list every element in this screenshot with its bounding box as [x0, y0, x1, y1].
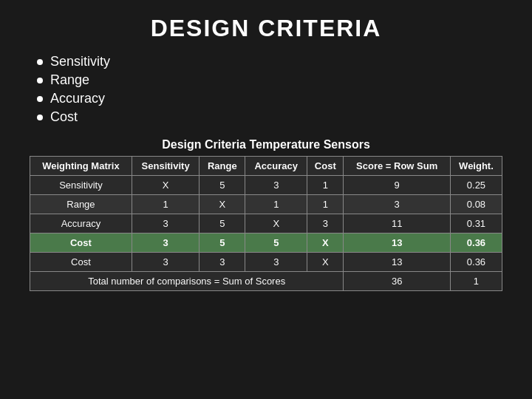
bullet-dot: [37, 59, 43, 65]
cell-accuracy: X: [245, 214, 307, 233]
bullet-item-accuracy: Accuracy: [37, 91, 502, 106]
table-row: Range 1 X 1 1 3 0.08: [30, 195, 502, 214]
table-header-row: Weighting Matrix Sensitivity Range Accur…: [30, 157, 502, 176]
cell-range: X: [200, 195, 245, 214]
table-row: Cost 3 5 5 X 13 0.36: [30, 233, 502, 253]
page-title: DESIGN CRITERIA: [30, 15, 502, 42]
header-score-row-sum: Score = Row Sum: [344, 157, 451, 176]
row-label: Cost: [30, 253, 132, 272]
row-label: Range: [30, 195, 132, 214]
cell-sensitivity: 1: [132, 195, 200, 214]
table-total-row: Total number of comparisons = Sum of Sco…: [30, 272, 502, 291]
cell-accuracy: 3: [245, 253, 307, 272]
cell-range: 5: [200, 214, 245, 233]
cell-weight: 0.36: [450, 233, 502, 253]
bullet-dot: [37, 96, 43, 102]
cell-cost: 3: [307, 214, 344, 233]
table-row: Cost 3 3 3 X 13 0.36: [30, 253, 502, 272]
cell-accuracy: 1: [245, 195, 307, 214]
cell-score: 3: [344, 195, 451, 214]
cell-weight: 0.36: [450, 253, 502, 272]
row-label: Cost: [30, 233, 132, 253]
cell-accuracy: 3: [245, 176, 307, 195]
bullet-item-sensitivity: Sensitivity: [37, 54, 502, 69]
total-weight: 1: [450, 272, 502, 291]
cell-range: 3: [200, 253, 245, 272]
cell-range: 5: [200, 233, 245, 253]
cell-weight: 0.25: [450, 176, 502, 195]
cell-sensitivity: 3: [132, 214, 200, 233]
cell-sensitivity: 3: [132, 233, 200, 253]
cell-cost: X: [307, 253, 344, 272]
table-title: Design Criteria Temperature Sensors: [162, 138, 370, 151]
cell-range: 5: [200, 176, 245, 195]
row-label: Accuracy: [30, 214, 132, 233]
table-section: Design Criteria Temperature Sensors Weig…: [30, 138, 502, 291]
header-sensitivity: Sensitivity: [132, 157, 200, 176]
cell-cost: 1: [307, 176, 344, 195]
header-weight: Weight.: [450, 157, 502, 176]
row-label: Sensitivity: [30, 176, 132, 195]
table-row: Sensitivity X 5 3 1 9 0.25: [30, 176, 502, 195]
cell-weight: 0.31: [450, 214, 502, 233]
header-cost: Cost: [307, 157, 344, 176]
bullet-list: Sensitivity Range Accuracy Cost: [30, 54, 502, 128]
total-label: Total number of comparisons = Sum of Sco…: [30, 272, 344, 291]
bullet-item-cost: Cost: [37, 109, 502, 125]
cell-cost: 1: [307, 195, 344, 214]
cell-score: 13: [344, 253, 451, 272]
bullet-dot: [37, 78, 43, 83]
header-weighting-matrix: Weighting Matrix: [30, 157, 132, 176]
cell-score: 9: [344, 176, 451, 195]
cell-sensitivity: 3: [132, 253, 200, 272]
bullet-item-range: Range: [37, 72, 502, 88]
header-range: Range: [200, 157, 245, 176]
bullet-dot: [37, 115, 43, 120]
cell-cost: X: [307, 233, 344, 253]
total-score: 36: [344, 272, 451, 291]
cell-score: 13: [344, 233, 451, 253]
header-accuracy: Accuracy: [245, 157, 307, 176]
cell-accuracy: 5: [245, 233, 307, 253]
table-row: Accuracy 3 5 X 3 11 0.31: [30, 214, 502, 233]
criteria-table: Weighting Matrix Sensitivity Range Accur…: [30, 156, 502, 291]
cell-weight: 0.08: [450, 195, 502, 214]
cell-sensitivity: X: [132, 176, 200, 195]
cell-score: 11: [344, 214, 451, 233]
